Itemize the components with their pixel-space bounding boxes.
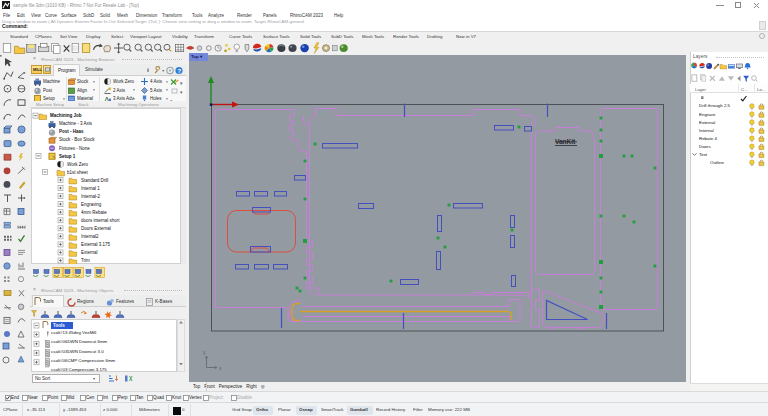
- svg-text:?: ?: [177, 68, 181, 74]
- svg-text:▾: ▾: [180, 80, 183, 86]
- svg-text:▾: ▾: [180, 89, 183, 95]
